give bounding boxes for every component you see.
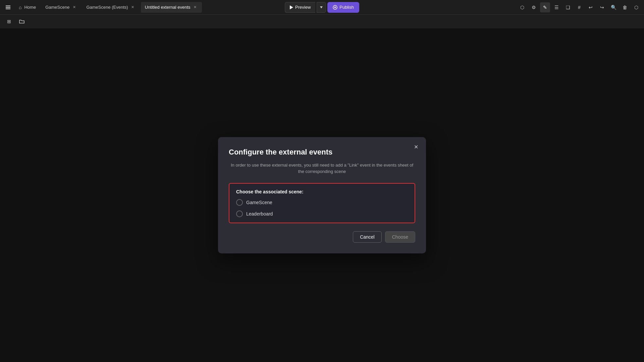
scene-selector-box: Choose the associated scene: GameScene L… xyxy=(229,183,415,223)
svg-marker-4 xyxy=(320,6,323,8)
svg-rect-0 xyxy=(6,5,10,6)
tab-untitled-external-label: Untitled external events xyxy=(145,5,191,10)
tool-undo-icon[interactable]: ↩ xyxy=(586,2,596,12)
tool-list-icon[interactable]: ☰ xyxy=(551,2,561,12)
tool-share-icon[interactable]: ⬡ xyxy=(631,2,641,12)
preview-dropdown[interactable] xyxy=(317,2,326,13)
toolbar-center: Preview Publish xyxy=(285,2,359,13)
folder-icon[interactable] xyxy=(17,16,27,26)
scene-selector-label: Choose the associated scene: xyxy=(236,189,408,194)
svg-marker-3 xyxy=(290,5,293,9)
radio-leaderboard-circle xyxy=(236,210,243,217)
modal-overlay: Configure the external events ✕ In order… xyxy=(0,28,644,362)
modal-description: In order to use these external events, y… xyxy=(229,162,415,175)
modal-footer: Cancel Choose xyxy=(229,231,415,243)
tool-redo-icon[interactable]: ↪ xyxy=(597,2,607,12)
configure-modal: Configure the external events ✕ In order… xyxy=(218,137,426,253)
tab-gamescene[interactable]: GameScene ✕ xyxy=(41,2,81,13)
tool-grid-icon[interactable]: # xyxy=(574,2,584,12)
radio-gamescene-label: GameScene xyxy=(246,200,272,205)
svg-rect-1 xyxy=(6,7,10,8)
tab-gamescene-events-close[interactable]: ✕ xyxy=(130,5,136,10)
tool-zoom-out-icon[interactable]: 🔍 xyxy=(608,2,619,12)
layout-icon[interactable]: ⊞ xyxy=(4,16,14,26)
secondbar: ⊞ xyxy=(0,15,644,28)
preview-button[interactable]: Preview xyxy=(285,2,315,13)
tab-gamescene-close[interactable]: ✕ xyxy=(71,5,77,10)
tab-home[interactable]: ⌂ Home xyxy=(15,2,40,13)
radio-gamescene[interactable]: GameScene xyxy=(236,199,408,206)
modal-close-button[interactable]: ✕ xyxy=(411,142,421,152)
publish-label: Publish xyxy=(339,5,354,10)
preview-label: Preview xyxy=(295,5,311,10)
menu-icon[interactable] xyxy=(3,2,13,13)
radio-leaderboard[interactable]: Leaderboard xyxy=(236,210,408,217)
cancel-button[interactable]: Cancel xyxy=(353,231,382,243)
publish-button[interactable]: Publish xyxy=(327,2,359,13)
tab-untitled-external-close[interactable]: ✕ xyxy=(193,5,198,10)
radio-leaderboard-label: Leaderboard xyxy=(246,211,273,217)
tool-connect-icon[interactable]: ⚙ xyxy=(529,2,539,12)
home-icon: ⌂ xyxy=(19,5,21,10)
tab-gamescene-events-label: GameScene (Events) xyxy=(86,5,128,10)
modal-title: Configure the external events xyxy=(229,148,415,157)
topbar: ⌂ Home GameScene ✕ GameScene (Events) ✕ … xyxy=(0,0,644,15)
main-content: Configure the external events ✕ In order… xyxy=(0,28,644,362)
tab-gamescene-events[interactable]: GameScene (Events) ✕ xyxy=(82,2,139,13)
tool-trash-icon[interactable]: 🗑 xyxy=(620,2,630,12)
tab-untitled-external[interactable]: Untitled external events ✕ xyxy=(141,2,202,13)
tool-cube-icon[interactable]: ⬡ xyxy=(517,2,527,12)
tab-home-label: Home xyxy=(24,5,36,10)
choose-button[interactable]: Choose xyxy=(385,231,415,243)
tab-gamescene-label: GameScene xyxy=(45,5,69,10)
radio-gamescene-circle xyxy=(236,199,243,206)
svg-rect-2 xyxy=(6,8,10,9)
tool-edit-icon[interactable]: ✎ xyxy=(540,2,550,12)
tool-layers-icon[interactable]: ❑ xyxy=(563,2,573,12)
toolbar-right: ⬡ ⚙ ✎ ☰ ❑ # ↩ ↪ 🔍 🗑 ⬡ xyxy=(517,2,641,12)
